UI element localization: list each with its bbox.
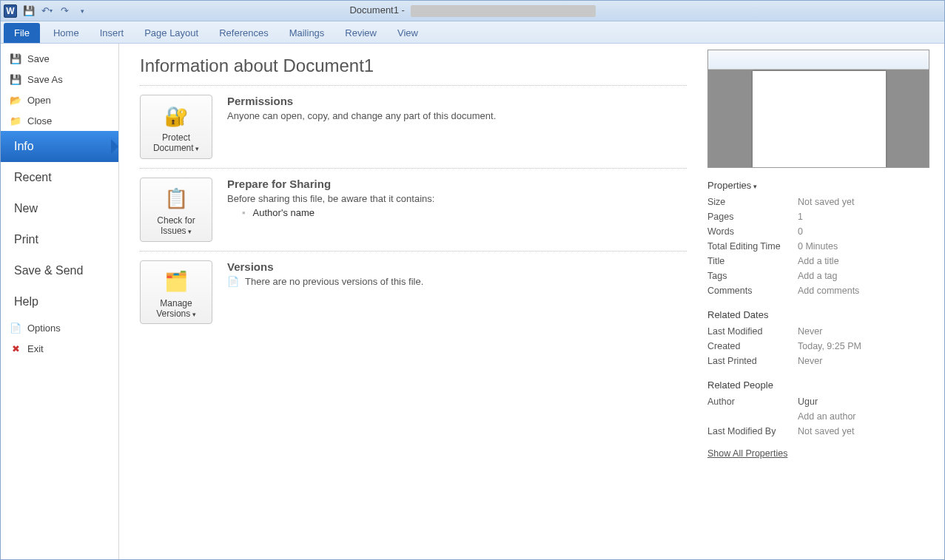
document-icon: 📄 [227, 276, 239, 288]
divider [140, 251, 687, 252]
folder-open-icon: 📂 [10, 94, 21, 106]
nav-recent[interactable]: Recent [1, 162, 118, 193]
prop-words: Words0 [707, 226, 932, 237]
nav-save-send[interactable]: Save & Send [1, 255, 118, 286]
prop-last-printed: Last PrintedNever [707, 356, 932, 366]
versions-heading: Versions [227, 260, 687, 273]
tab-page-layout[interactable]: Page Layout [134, 23, 209, 43]
ribbon-tabs: File Home Insert Page Layout References … [1, 21, 944, 44]
versions-desc: 📄There are no previous versions of this … [227, 276, 687, 289]
check-for-issues-button[interactable]: 📋 Check for Issues [140, 178, 212, 242]
related-people-heading: Related People [707, 379, 932, 391]
prop-modified-by: Last Modified ByNot saved yet [707, 426, 932, 436]
prop-title[interactable]: TitleAdd a title [707, 256, 932, 266]
qat-save-button[interactable]: 💾 [21, 4, 36, 18]
show-all-properties-link[interactable]: Show All Properties [707, 448, 787, 459]
properties-dropdown[interactable]: Properties [707, 180, 932, 191]
chevron-down-icon: ▾ [81, 7, 84, 15]
section-versions: 🗂️ Manage Versions Versions 📄There are n… [140, 260, 687, 325]
tab-home[interactable]: Home [43, 23, 90, 43]
properties-panel: Properties SizeNot saved yet Pages1 Word… [707, 44, 944, 559]
section-permissions: 🔐 Protect Document Permissions Anyone ca… [140, 95, 687, 159]
prepare-desc: Before sharing this file, be aware that … [227, 193, 687, 204]
nav-exit[interactable]: ✖Exit [1, 338, 118, 359]
nav-close[interactable]: 📁Close [1, 110, 118, 131]
nav-info[interactable]: Info [1, 131, 118, 162]
close-folder-icon: 📁 [10, 115, 21, 126]
tab-review[interactable]: Review [334, 23, 387, 43]
title-suffix-blurred [411, 5, 596, 17]
redo-icon: ↷ [61, 5, 69, 16]
section-prepare: 📋 Check for Issues Prepare for Sharing B… [140, 178, 687, 242]
lock-key-icon: 🔐 [163, 103, 189, 129]
prop-last-modified: Last ModifiedNever [707, 326, 932, 337]
nav-open[interactable]: 📂Open [1, 90, 118, 110]
undo-icon: ↶ [41, 5, 50, 16]
nav-options[interactable]: 📄Options [1, 317, 118, 338]
prop-add-author[interactable]: Add an author [707, 411, 932, 422]
related-dates-heading: Related Dates [707, 309, 932, 320]
permissions-heading: Permissions [227, 95, 687, 107]
protect-document-button[interactable]: 🔐 Protect Document [140, 95, 212, 159]
tab-view[interactable]: View [387, 23, 428, 43]
prop-pages: Pages1 [707, 212, 932, 222]
checklist-icon: 📋 [163, 186, 189, 212]
prepare-item: Author's name [242, 207, 687, 218]
tab-mailings[interactable]: Mailings [279, 23, 335, 43]
save-as-icon: 💾 [10, 73, 21, 85]
prop-size: SizeNot saved yet [707, 197, 932, 207]
nav-print[interactable]: Print [1, 224, 118, 255]
nav-save[interactable]: 💾Save [1, 48, 118, 69]
tab-insert[interactable]: Insert [90, 23, 135, 43]
qat-redo-button[interactable]: ↷ [57, 4, 72, 18]
window-title: Document1 - [349, 4, 595, 17]
save-icon: 💾 [23, 5, 35, 16]
prepare-heading: Prepare for Sharing [227, 178, 687, 190]
prop-tags[interactable]: TagsAdd a tag [707, 271, 932, 281]
nav-save-as[interactable]: 💾Save As [1, 69, 118, 90]
nav-new[interactable]: New [1, 193, 118, 224]
quick-access-toolbar: 💾 ↶▾ ↷ ▾ [21, 4, 90, 18]
permissions-desc: Anyone can open, copy, and change any pa… [227, 110, 687, 121]
exit-icon: ✖ [10, 343, 21, 354]
backstage-nav: 💾Save 💾Save As 📂Open 📁Close Info Recent … [1, 44, 119, 559]
prop-created: CreatedToday, 9:25 PM [707, 341, 932, 351]
nav-help[interactable]: Help [1, 286, 118, 317]
page-title: Information about Document1 [140, 55, 687, 76]
manage-versions-button[interactable]: 🗂️ Manage Versions [140, 260, 212, 325]
divider [140, 168, 687, 169]
qat-customize-button[interactable]: ▾ [75, 4, 90, 18]
divider [140, 85, 687, 86]
word-app-icon[interactable]: W [4, 4, 17, 18]
qat-undo-button[interactable]: ↶▾ [39, 4, 54, 18]
document-thumbnail[interactable] [707, 50, 929, 168]
info-content: Information about Document1 🔐 Protect Do… [119, 44, 707, 559]
title-bar: W 💾 ↶▾ ↷ ▾ Document1 - [1, 1, 944, 21]
prop-editing-time: Total Editing Time0 Minutes [707, 241, 932, 252]
tab-references[interactable]: References [209, 23, 278, 43]
prop-author: AuthorUgur [707, 397, 932, 407]
options-icon: 📄 [10, 322, 21, 334]
versions-icon: 🗂️ [163, 269, 189, 295]
tab-file[interactable]: File [4, 23, 40, 43]
prop-comments[interactable]: CommentsAdd comments [707, 286, 932, 296]
save-icon: 💾 [10, 53, 21, 64]
